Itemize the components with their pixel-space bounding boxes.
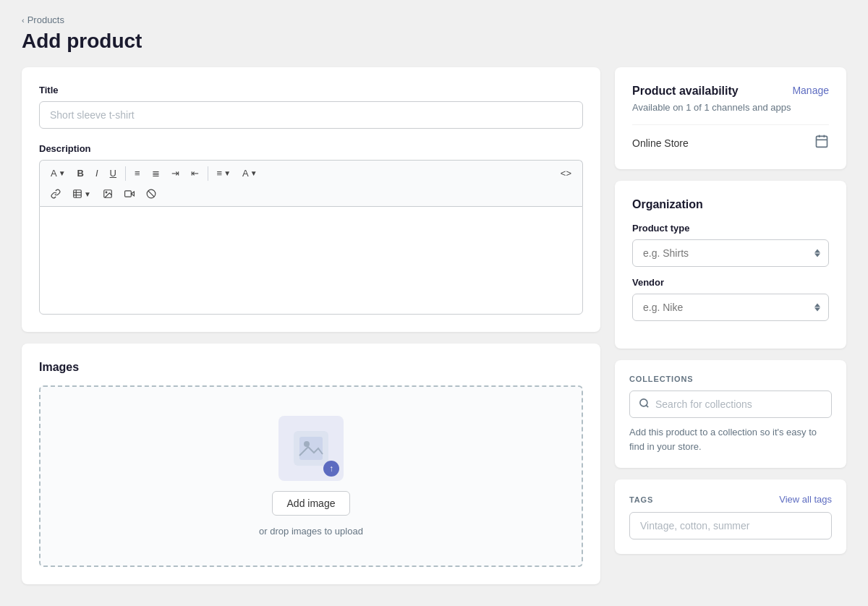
availability-card: Product availability Manage Available on… <box>615 67 846 169</box>
main-layout: Title Description A ▼ B I U <box>22 67 846 584</box>
title-label: Title <box>39 85 583 95</box>
svg-line-18 <box>646 405 648 407</box>
tags-header: TAGS View all tags <box>629 494 832 505</box>
tags-card: TAGS View all tags <box>615 479 846 554</box>
availability-subtitle: Available on 1 of 1 channels and apps <box>632 102 829 113</box>
upload-icon-wrap: ↑ <box>278 416 344 481</box>
toolbar-bold-btn[interactable]: B <box>72 165 89 182</box>
vendor-wrapper <box>632 294 829 321</box>
collections-search-row[interactable] <box>629 391 832 418</box>
product-type-label: Product type <box>632 223 829 234</box>
toolbar-outdent-btn[interactable]: ⇤ <box>186 165 204 182</box>
toolbar-block-btn[interactable] <box>141 186 161 202</box>
toolbar-italic-btn[interactable]: I <box>90 165 103 182</box>
images-card: Images ↑ Add image or drop images to upl <box>22 343 600 584</box>
toolbar-table-btn[interactable]: ▼ <box>67 186 96 202</box>
toolbar-underline-btn[interactable]: U <box>105 165 122 182</box>
breadcrumb-chevron-icon: ‹ <box>22 16 25 25</box>
organization-title: Organization <box>632 198 829 211</box>
product-type-input[interactable] <box>632 239 829 267</box>
toolbar-link-btn[interactable] <box>46 186 66 202</box>
collections-card: COLLECTIONS Add this product to a collec… <box>615 360 846 468</box>
collections-hint: Add this product to a collection so it's… <box>629 425 832 453</box>
add-image-button[interactable]: Add image <box>272 491 351 516</box>
availability-title: Product availability <box>632 85 739 98</box>
vendor-label: Vendor <box>632 277 829 288</box>
svg-point-5 <box>106 192 107 193</box>
toolbar-separator-1 <box>125 166 126 181</box>
toolbar-font-btn[interactable]: A ▼ <box>46 165 71 182</box>
toolbar-code-btn[interactable]: <> <box>556 165 576 182</box>
toolbar-row-1: A ▼ B I U ≡ ≣ ⇥ ⇤ ≡ ▼ A ▼ <> <box>46 165 576 182</box>
organization-card: Organization Product type Vendor <box>615 181 846 349</box>
channel-row: Online Store <box>632 124 829 152</box>
toolbar-color-btn[interactable]: A ▼ <box>237 165 263 182</box>
title-input[interactable] <box>39 101 583 129</box>
toolbar-separator-2 <box>208 166 208 181</box>
svg-point-17 <box>640 399 647 406</box>
drop-hint-text: or drop images to upload <box>259 526 363 537</box>
description-editor[interactable] <box>39 206 583 315</box>
toolbar-ol-btn[interactable]: ≣ <box>147 165 165 182</box>
product-details-card: Title Description A ▼ B I U <box>22 67 600 332</box>
product-type-group: Product type <box>632 223 829 267</box>
right-column: Product availability Manage Available on… <box>615 67 846 584</box>
calendar-icon[interactable] <box>814 134 829 152</box>
svg-line-9 <box>148 191 154 197</box>
upload-arrow-icon: ↑ <box>323 461 339 477</box>
collections-label: COLLECTIONS <box>629 375 832 383</box>
page-title: Add product <box>22 30 846 53</box>
svg-marker-6 <box>131 192 134 196</box>
tags-input[interactable] <box>629 512 832 539</box>
toolbar-video-btn[interactable] <box>119 186 140 202</box>
product-type-wrapper <box>632 239 829 267</box>
vendor-group: Vendor <box>632 277 829 321</box>
description-label: Description <box>39 143 583 154</box>
view-all-tags-link[interactable]: View all tags <box>779 494 832 505</box>
editor-toolbar: A ▼ B I U ≡ ≣ ⇥ ⇤ ≡ ▼ A ▼ <> <box>39 160 583 206</box>
toolbar-ul-btn[interactable]: ≡ <box>129 165 145 182</box>
vendor-input[interactable] <box>632 294 829 321</box>
toolbar-row-2: ▼ <box>46 186 576 202</box>
channel-name: Online Store <box>632 137 689 149</box>
search-icon <box>639 398 650 411</box>
svg-point-12 <box>304 441 310 447</box>
toolbar-img-btn[interactable] <box>98 186 118 202</box>
svg-rect-7 <box>124 191 131 197</box>
drop-zone[interactable]: ↑ Add image or drop images to upload <box>39 385 583 567</box>
toolbar-indent-btn[interactable]: ⇥ <box>166 165 184 182</box>
tags-label: TAGS <box>629 495 653 504</box>
svg-rect-13 <box>817 136 827 147</box>
breadcrumb: ‹ Products <box>22 14 846 25</box>
left-column: Title Description A ▼ B I U <box>22 67 600 584</box>
breadcrumb-link[interactable]: Products <box>27 14 64 25</box>
svg-rect-0 <box>74 190 82 198</box>
toolbar-align-btn[interactable]: ≡ ▼ <box>212 165 237 182</box>
manage-link[interactable]: Manage <box>792 85 829 96</box>
images-title: Images <box>39 361 583 374</box>
collections-search-input[interactable] <box>655 398 822 410</box>
availability-header: Product availability Manage <box>632 85 829 98</box>
